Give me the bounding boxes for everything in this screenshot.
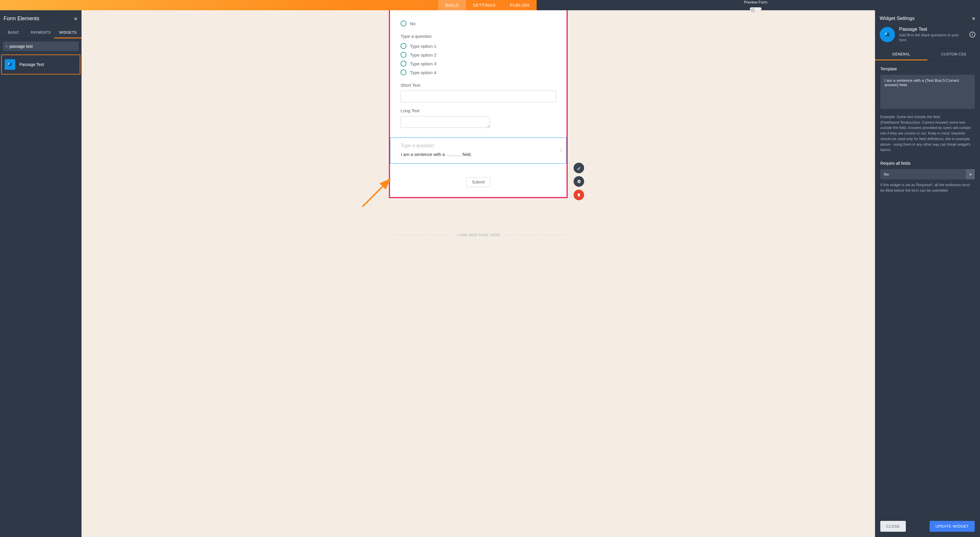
widget-search[interactable]: × bbox=[3, 41, 79, 51]
drag-handle-icon[interactable]: ⠿ bbox=[560, 149, 563, 152]
tab-basic[interactable]: BASIC bbox=[0, 27, 27, 38]
submit-button[interactable]: Submit bbox=[466, 177, 490, 187]
form-canvas: No Type a question Type option 1 Type op… bbox=[81, 10, 875, 537]
close-button[interactable]: CLOSE bbox=[880, 521, 906, 532]
search-input[interactable] bbox=[10, 44, 76, 49]
widget-result-label: Passage Test bbox=[19, 62, 44, 67]
svg-line-9 bbox=[363, 180, 389, 207]
close-icon[interactable]: × bbox=[972, 16, 975, 21]
radio-icon bbox=[401, 43, 406, 49]
radio-option[interactable]: Type option 2 bbox=[401, 51, 556, 59]
info-icon[interactable]: i bbox=[969, 32, 975, 38]
template-textarea[interactable] bbox=[880, 75, 975, 109]
close-icon[interactable]: × bbox=[74, 16, 77, 22]
svg-rect-14 bbox=[887, 34, 890, 35]
sentence-after: field. bbox=[463, 152, 472, 157]
passage-sentence: I am a sentence with a field. bbox=[401, 152, 556, 157]
svg-point-6 bbox=[580, 167, 580, 167]
radio-option[interactable]: Type option 1 bbox=[401, 41, 556, 51]
tab-custom-css[interactable]: CUSTOM CSS bbox=[928, 48, 980, 60]
gear-icon[interactable] bbox=[574, 176, 584, 187]
preview-toggle[interactable] bbox=[750, 7, 762, 10]
svg-rect-13 bbox=[885, 34, 886, 35]
svg-rect-11 bbox=[885, 33, 886, 34]
tab-payments[interactable]: PAYMENTS bbox=[27, 27, 54, 38]
radio-icon bbox=[401, 52, 406, 58]
radio-option[interactable]: No bbox=[401, 19, 556, 28]
form-card: No Type a question Type option 1 Type op… bbox=[389, 10, 568, 198]
widget-settings-panel: Widget Settings × Passage Test Add fill … bbox=[875, 10, 980, 537]
widget-result-passage-test[interactable]: Passage Test bbox=[1, 54, 80, 75]
radio-icon bbox=[401, 21, 406, 26]
radio-option[interactable]: Type option 3 bbox=[401, 59, 556, 68]
svg-rect-12 bbox=[887, 33, 890, 34]
option-label: Type option 4 bbox=[410, 70, 436, 75]
add-page-label: + ADD NEW PAGE HERE bbox=[457, 233, 500, 237]
passage-test-thumb-icon bbox=[5, 59, 15, 70]
option-label: Type option 1 bbox=[410, 44, 436, 49]
option-label: No bbox=[410, 21, 415, 26]
svg-rect-5 bbox=[8, 65, 12, 66]
question-label: Type a question bbox=[401, 34, 556, 39]
clear-search-icon[interactable]: × bbox=[5, 44, 8, 49]
template-label: Template bbox=[880, 67, 975, 71]
chevron-down-icon: ▾ bbox=[966, 169, 975, 180]
tab-settings[interactable]: SETTINGS bbox=[466, 0, 503, 10]
widget-subtitle: Add fill in the blank questions to your … bbox=[899, 33, 961, 43]
long-text-label: Long Text bbox=[401, 108, 556, 113]
update-widget-button[interactable]: UPDATE WIDGET bbox=[929, 521, 975, 532]
tab-widgets[interactable]: WIDGETS bbox=[54, 27, 81, 38]
trash-icon[interactable] bbox=[574, 190, 584, 200]
radio-option[interactable]: Type option 4 bbox=[401, 68, 556, 77]
tab-general[interactable]: GENERAL bbox=[875, 48, 928, 60]
passage-test-field[interactable]: Type a question I am a sentence with a f… bbox=[390, 137, 566, 164]
radio-icon bbox=[401, 61, 406, 67]
svg-rect-2 bbox=[10, 63, 12, 64]
svg-point-8 bbox=[579, 166, 579, 167]
field-tools bbox=[574, 163, 584, 200]
svg-rect-1 bbox=[8, 63, 10, 64]
blank-field[interactable] bbox=[447, 156, 461, 156]
option-label: Type option 2 bbox=[410, 52, 436, 57]
short-text-label: Short Text bbox=[401, 83, 556, 87]
sentence-before: I am a sentence with a bbox=[401, 152, 445, 157]
require-help: If this widget is set as Required*, all … bbox=[880, 182, 975, 194]
widget-title: Passage Test bbox=[899, 27, 961, 32]
form-elements-title: Form Elements bbox=[3, 16, 39, 22]
long-text-input[interactable] bbox=[401, 116, 490, 128]
svg-point-7 bbox=[580, 167, 581, 168]
form-elements-panel: Form Elements × BASIC PAYMENTS WIDGETS × bbox=[0, 10, 81, 537]
short-text-input[interactable] bbox=[401, 91, 556, 102]
preview-form-label: Preview Form bbox=[744, 0, 767, 5]
passage-test-icon bbox=[880, 27, 895, 42]
svg-rect-4 bbox=[10, 64, 12, 65]
svg-rect-3 bbox=[8, 64, 9, 65]
widget-settings-title: Widget Settings bbox=[880, 16, 915, 21]
add-page-row[interactable]: + ADD NEW PAGE HERE bbox=[81, 233, 875, 237]
require-label: Require all fields bbox=[880, 161, 975, 165]
top-bar: BUILD SETTINGS PUBLISH Preview Form bbox=[0, 0, 980, 10]
require-select[interactable]: No ▾ bbox=[880, 169, 975, 180]
wand-icon[interactable] bbox=[574, 163, 584, 173]
tab-publish[interactable]: PUBLISH bbox=[503, 0, 537, 10]
option-label: Type option 3 bbox=[410, 61, 436, 66]
radio-icon bbox=[401, 70, 406, 75]
question-placeholder: Type a question bbox=[401, 143, 556, 148]
svg-rect-15 bbox=[885, 36, 889, 37]
require-value: No bbox=[880, 169, 966, 180]
tab-build[interactable]: BUILD bbox=[438, 0, 466, 10]
template-help: Example: Some text outside the field, {F… bbox=[880, 114, 975, 153]
